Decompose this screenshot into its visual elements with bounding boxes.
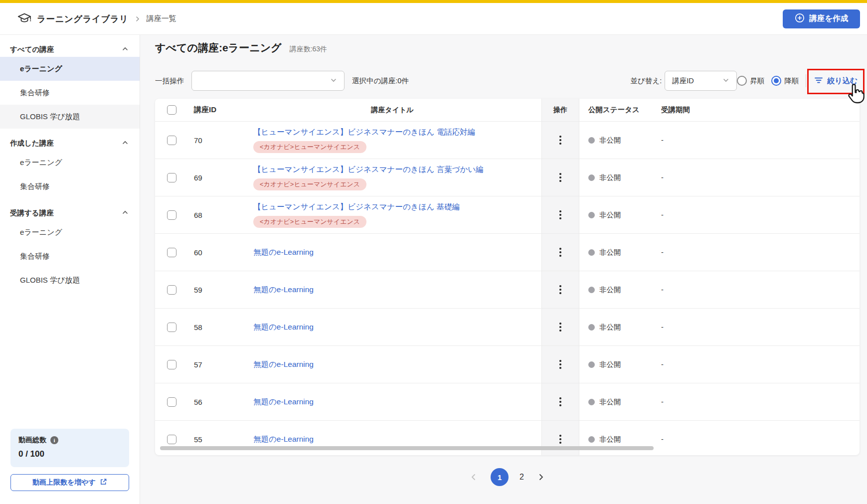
sidebar-item-all-globis[interactable]: GLOBIS 学び放題 (0, 105, 140, 129)
chevron-down-icon (722, 77, 729, 85)
course-id: 70 (194, 136, 202, 145)
increase-video-limit-button[interactable]: 動画上限数を増やす (10, 474, 129, 491)
create-course-button[interactable]: 講座を作成 (783, 9, 860, 28)
sidebar-section-all-courses[interactable]: すべての講座 (0, 42, 140, 57)
sidebar: すべての講座 eラーニング 集合研修 GLOBIS 学び放題 作成した講座 (0, 35, 140, 504)
sidebar-section-created-courses[interactable]: 作成した講座 (0, 136, 140, 151)
sort-ascending-radio[interactable]: 昇順 (737, 76, 764, 86)
sidebar-item-all-elearning[interactable]: eラーニング (0, 57, 140, 81)
status-text: 非公開 (599, 435, 621, 444)
info-icon[interactable]: i (50, 436, 58, 444)
kebab-menu-icon[interactable] (556, 357, 564, 372)
filter-label: 絞り込む (827, 76, 858, 86)
status-dot-icon (588, 436, 595, 443)
sidebar-item-label: eラーニング (20, 228, 62, 237)
sort-descending-radio[interactable]: 降順 (771, 76, 799, 86)
kebab-menu-icon[interactable] (556, 394, 564, 409)
status-dot-icon (588, 287, 595, 293)
header-publish-status: 公開ステータス (579, 99, 650, 121)
course-title-link[interactable]: 【ヒューマンサイエンス】ビジネスマナーのきほん 電話応対編 (253, 127, 475, 138)
sidebar-item-attending-elearning[interactable]: eラーニング (0, 220, 140, 244)
row-checkbox[interactable] (167, 173, 176, 182)
row-checkbox[interactable] (167, 136, 176, 145)
course-id: 69 (194, 173, 202, 182)
horizontal-scrollbar-thumb[interactable] (160, 446, 654, 450)
status-dot-icon (588, 137, 595, 144)
pagination-page-1[interactable]: 1 (491, 468, 509, 486)
radio-checked-icon (771, 76, 781, 86)
course-title-link[interactable]: 無題のe-Learning (253, 397, 314, 407)
row-checkbox[interactable] (167, 248, 176, 257)
header-course-title: 講座タイトル (244, 99, 541, 121)
table-row: 60 無題のe-Learning 非公開 - (155, 233, 860, 271)
course-title-link[interactable]: 無題のe-Learning (253, 247, 314, 258)
sidebar-item-attending-globis[interactable]: GLOBIS 学び放題 (0, 268, 140, 292)
video-quota-box: 動画総数 i 0 / 100 (10, 429, 129, 467)
row-checkbox[interactable] (167, 435, 176, 444)
row-checkbox[interactable] (167, 285, 176, 295)
status-dot-icon (588, 249, 595, 256)
period-text: - (661, 136, 664, 144)
course-title-link[interactable]: 無題のe-Learning (253, 285, 314, 295)
sidebar-item-label: GLOBIS 学び放題 (20, 112, 80, 122)
ascending-label: 昇順 (750, 76, 764, 86)
course-title-link[interactable]: 【ヒューマンサイエンス】ビジネスマナーのきほん 基礎編 (253, 202, 460, 212)
filter-button[interactable]: 絞り込む (812, 72, 860, 90)
kebab-menu-icon[interactable] (556, 170, 564, 185)
pagination-next-button[interactable] (535, 471, 547, 483)
row-checkbox[interactable] (167, 397, 176, 407)
period-text: - (661, 211, 664, 219)
pagination-prev-button[interactable] (468, 471, 480, 483)
period-text: - (661, 323, 664, 331)
brand-home-link[interactable]: ラーニングライブラリ (17, 10, 129, 27)
course-title-link[interactable]: 無題のe-Learning (253, 359, 314, 370)
section-label: 受講する講座 (10, 208, 54, 218)
pagination: 1 2 (155, 468, 860, 486)
select-all-checkbox[interactable] (167, 105, 176, 115)
sidebar-section-attending-courses[interactable]: 受講する講座 (0, 205, 140, 220)
course-title-link[interactable]: 無題のe-Learning (253, 434, 314, 445)
selected-count: 選択中の講座:0件 (352, 76, 409, 86)
toolbar: 一括操作 選択中の講座:0件 並び替え: 講座ID (155, 71, 860, 91)
sort-select[interactable]: 講座ID (665, 71, 737, 91)
row-checkbox[interactable] (167, 210, 176, 220)
status-dot-icon (588, 399, 595, 405)
header-course-period: 受講期間 (650, 99, 860, 121)
status-dot-icon (588, 174, 595, 181)
toolbar-divider (806, 74, 806, 87)
sort-value: 講座ID (672, 76, 694, 86)
row-checkbox[interactable] (167, 360, 176, 369)
table-row: 58 無題のe-Learning 非公開 - (155, 308, 860, 345)
table-row: 68 【ヒューマンサイエンス】ビジネスマナーのきほん 基礎編 <カオナビ>ヒュー… (155, 196, 860, 233)
pagination-page-2[interactable]: 2 (520, 473, 524, 482)
kebab-menu-icon[interactable] (556, 432, 564, 447)
section-label: 作成した講座 (10, 139, 54, 148)
kebab-menu-icon[interactable] (556, 245, 564, 260)
chevron-down-icon (330, 77, 337, 85)
kebab-menu-icon[interactable] (556, 207, 564, 222)
sidebar-item-created-group-training[interactable]: 集合研修 (0, 174, 140, 198)
status-text: 非公開 (599, 285, 621, 295)
table-row: 56 無題のe-Learning 非公開 - (155, 383, 860, 420)
kebab-menu-icon[interactable] (556, 133, 564, 148)
period-text: - (661, 286, 664, 294)
course-count: 講座数:63件 (290, 45, 327, 54)
course-title-link[interactable]: 無題のe-Learning (253, 322, 314, 333)
row-checkbox[interactable] (167, 323, 176, 332)
sidebar-item-created-elearning[interactable]: eラーニング (0, 151, 140, 174)
bulk-action-select[interactable] (191, 71, 345, 91)
status-text: 非公開 (599, 323, 621, 332)
kebab-menu-icon[interactable] (556, 282, 564, 297)
sidebar-item-label: 集合研修 (20, 182, 50, 191)
sidebar-item-label: 集合研修 (20, 252, 50, 261)
kebab-menu-icon[interactable] (556, 320, 564, 335)
sidebar-item-all-group-training[interactable]: 集合研修 (0, 81, 140, 105)
course-id: 55 (194, 435, 202, 444)
course-tag: <カオナビ>ヒューマンサイエンス (253, 141, 366, 153)
course-title-link[interactable]: 【ヒューマンサイエンス】ビジネスマナーのきほん 言葉づかい編 (253, 165, 484, 175)
status-dot-icon (588, 212, 595, 218)
period-text: - (661, 248, 664, 256)
course-id: 59 (194, 286, 202, 294)
status-dot-icon (588, 361, 595, 368)
sidebar-item-attending-group-training[interactable]: 集合研修 (0, 244, 140, 268)
